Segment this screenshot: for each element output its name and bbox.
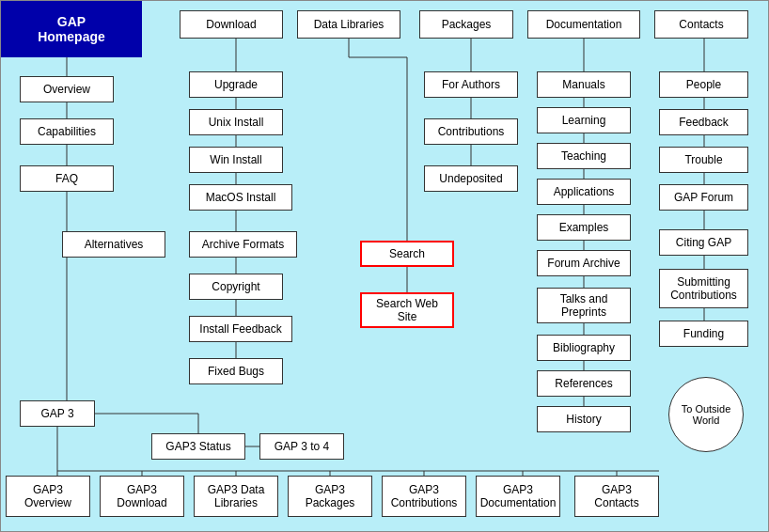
doc-learning[interactable]: Learning bbox=[537, 107, 631, 133]
doc-history[interactable]: History bbox=[537, 406, 631, 432]
bottom-datalibs[interactable]: GAP3 Data Libraries bbox=[194, 476, 278, 517]
search-main[interactable]: Search bbox=[360, 241, 454, 267]
bottom-contributions[interactable]: GAP3 Contributions bbox=[382, 476, 466, 517]
download-archive[interactable]: Archive Formats bbox=[189, 231, 297, 258]
gap-subtitle: Homepage bbox=[38, 29, 105, 44]
doc-references[interactable]: References bbox=[537, 370, 631, 397]
contacts-people[interactable]: People bbox=[659, 71, 748, 98]
download-unix[interactable]: Unix Install bbox=[189, 109, 283, 135]
packages-contributions[interactable]: Contributions bbox=[424, 118, 518, 145]
download-macos[interactable]: MacOS Install bbox=[189, 184, 292, 211]
contacts-funding[interactable]: Funding bbox=[659, 321, 748, 347]
doc-forum[interactable]: Forum Archive bbox=[537, 250, 631, 276]
contacts-feedback[interactable]: Feedback bbox=[659, 109, 748, 135]
doc-talks[interactable]: Talks and Preprints bbox=[537, 288, 631, 323]
doc-applications[interactable]: Applications bbox=[537, 179, 631, 205]
doc-bibliography[interactable]: Bibliography bbox=[537, 335, 631, 361]
bottom-contacts[interactable]: GAP3 Contacts bbox=[574, 476, 659, 517]
top-header-documentation[interactable]: Documentation bbox=[527, 10, 640, 39]
contacts-trouble[interactable]: Trouble bbox=[659, 147, 748, 173]
doc-teaching[interactable]: Teaching bbox=[537, 143, 631, 169]
top-header-datalibs[interactable]: Data Libraries bbox=[297, 10, 400, 39]
gap-homepage-logo[interactable]: GAP Homepage bbox=[1, 1, 142, 57]
download-copyright[interactable]: Copyright bbox=[189, 274, 283, 300]
bottom-download[interactable]: GAP3 Download bbox=[100, 476, 184, 517]
contacts-gapforum[interactable]: GAP Forum bbox=[659, 184, 748, 211]
download-feedback[interactable]: Install Feedback bbox=[189, 316, 292, 342]
gap3-status[interactable]: GAP3 Status bbox=[151, 433, 245, 460]
top-header-packages[interactable]: Packages bbox=[419, 10, 513, 39]
download-fixedbugs[interactable]: Fixed Bugs bbox=[189, 358, 283, 384]
sidebar-capabilities[interactable]: Capabilities bbox=[20, 118, 114, 145]
page-wrapper: GAP Homepage bbox=[0, 0, 769, 532]
packages-undeposited[interactable]: Undeposited bbox=[424, 165, 518, 192]
sidebar-alternatives[interactable]: Alternatives bbox=[62, 231, 165, 258]
contacts-outside[interactable]: To Outside World bbox=[668, 377, 744, 452]
bottom-overview[interactable]: GAP3 Overview bbox=[6, 476, 90, 517]
download-upgrade[interactable]: Upgrade bbox=[189, 71, 283, 98]
gap3-to4[interactable]: GAP 3 to 4 bbox=[259, 433, 344, 460]
sidebar-faq[interactable]: FAQ bbox=[20, 165, 114, 192]
bottom-documentation[interactable]: GAP3 Documentation bbox=[476, 476, 560, 517]
doc-examples[interactable]: Examples bbox=[537, 214, 631, 241]
doc-manuals[interactable]: Manuals bbox=[537, 71, 631, 98]
sidebar-gap3[interactable]: GAP 3 bbox=[20, 400, 95, 427]
sidebar-overview[interactable]: Overview bbox=[20, 76, 114, 102]
download-win[interactable]: Win Install bbox=[189, 147, 283, 173]
top-header-contacts[interactable]: Contacts bbox=[654, 10, 748, 39]
top-header-download[interactable]: Download bbox=[180, 10, 283, 39]
contacts-citing[interactable]: Citing GAP bbox=[659, 229, 748, 256]
contacts-submitting[interactable]: Submitting Contributions bbox=[659, 269, 748, 308]
search-website[interactable]: Search Web Site bbox=[360, 292, 454, 328]
bottom-packages[interactable]: GAP3 Packages bbox=[288, 476, 372, 517]
gap-title: GAP bbox=[57, 14, 86, 29]
packages-forauthors[interactable]: For Authors bbox=[424, 71, 518, 98]
